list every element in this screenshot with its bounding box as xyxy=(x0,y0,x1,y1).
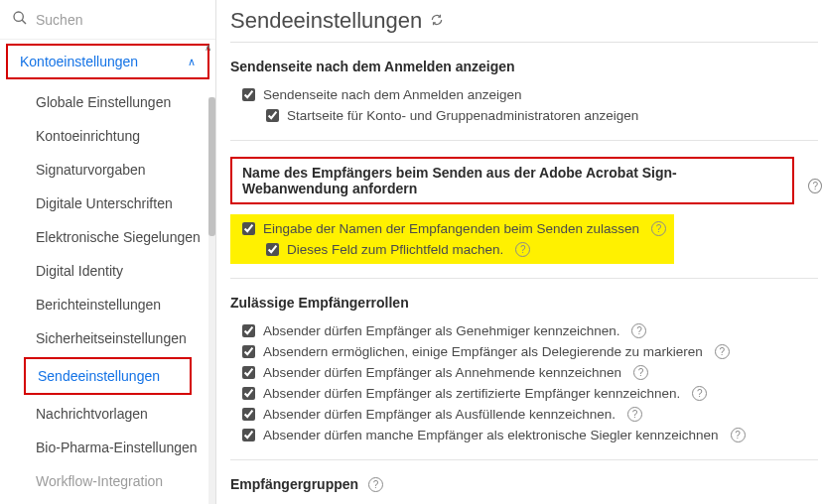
info-icon[interactable]: ? xyxy=(633,365,648,380)
info-icon[interactable]: ? xyxy=(692,386,707,401)
page-title-row: Sendeeinstellungen xyxy=(230,8,818,43)
row-name-required: Dieses Feld zum Pflichtfeld machen. ? xyxy=(230,239,666,260)
sidebar-item-elektronische-siegelungen[interactable]: Elektronische Siegelungen xyxy=(0,220,215,254)
checkbox-role-filler[interactable] xyxy=(242,408,255,421)
sidebar-section-label: Kontoeinstellungen xyxy=(20,54,138,69)
section-title-login: Sendenseite nach dem Anmelden anzeigen xyxy=(230,59,822,74)
scrollbar-thumb[interactable] xyxy=(208,97,215,236)
row-role-delegator: Absendern ermöglichen, einige Empfänger … xyxy=(230,341,822,362)
checkbox-role-approver[interactable] xyxy=(242,324,255,337)
row-role-acceptor: Absender dürfen Empfänger als Annehmende… xyxy=(230,362,822,383)
sidebar: ∧ Kontoeinstellungen ∧ Globale Einstellu… xyxy=(0,0,216,504)
divider xyxy=(230,140,818,141)
page-title: Sendeeinstellungen xyxy=(230,8,422,34)
section-recipient-groups: Empfängergruppen ? Absendern erlauben, m… xyxy=(230,476,822,504)
info-icon[interactable]: ? xyxy=(631,323,646,338)
search-icon xyxy=(12,10,28,29)
row-show-start-admins: Startseite für Konto- und Gruppenadminis… xyxy=(230,105,822,126)
sidebar-item-berichteinstellungen[interactable]: Berichteinstellungen xyxy=(0,288,215,321)
row-role-certified: Absender dürfen Empfänger als zertifizie… xyxy=(230,383,822,404)
search-row xyxy=(0,0,215,40)
checkbox-role-delegator[interactable] xyxy=(242,345,255,358)
sidebar-item-digital-identity[interactable]: Digital Identity xyxy=(0,254,215,288)
info-icon[interactable]: ? xyxy=(808,179,822,193)
svg-line-1 xyxy=(22,20,26,24)
row-role-filler: Absender dürfen Empfänger als Ausfüllend… xyxy=(230,404,822,425)
checkbox-allow-name-input[interactable] xyxy=(242,222,255,235)
sidebar-item-digitale-unterschriften[interactable]: Digitale Unterschriften xyxy=(0,187,215,220)
sidebar-item-signaturvorgaben[interactable]: Signaturvorgaben xyxy=(0,153,215,187)
refresh-icon[interactable] xyxy=(430,13,444,30)
row-role-sealer: Absender dürfen manche Empfänger als ele… xyxy=(230,425,822,445)
chevron-up-icon: ∧ xyxy=(188,56,196,68)
sidebar-item-sendeeinstellungen[interactable]: Sendeeinstellungen xyxy=(24,357,192,395)
search-input[interactable] xyxy=(36,12,204,28)
divider xyxy=(230,459,818,460)
sidebar-item-workflow[interactable]: Workflow-Integration xyxy=(0,464,215,498)
section-recipient-roles: Zulässige Empfängerrollen Absender dürfe… xyxy=(230,295,822,445)
row-show-send-page: Sendenseite nach dem Anmelden anzeigen xyxy=(230,84,822,105)
sidebar-item-sicherheitseinstellungen[interactable]: Sicherheitseinstellungen xyxy=(0,321,215,355)
section-recipient-name: Name des Empfängers beim Senden aus der … xyxy=(230,157,822,264)
checkbox-role-certified[interactable] xyxy=(242,387,255,400)
info-icon[interactable]: ? xyxy=(627,407,642,422)
section-login-page: Sendenseite nach dem Anmelden anzeigen S… xyxy=(230,59,822,126)
label-show-send-page: Sendenseite nach dem Anmelden anzeigen xyxy=(263,87,521,102)
label-role-sealer: Absender dürfen manche Empfänger als ele… xyxy=(263,428,719,442)
row-allow-name-input: Eingabe der Namen der Empfangenden beim … xyxy=(230,218,666,239)
checkbox-show-send-page[interactable] xyxy=(242,88,255,101)
label-role-acceptor: Absender dürfen Empfänger als Annehmende… xyxy=(263,365,621,380)
checkbox-role-acceptor[interactable] xyxy=(242,366,255,379)
main-content: Sendeeinstellungen Sendenseite nach dem … xyxy=(216,0,822,504)
svg-point-0 xyxy=(14,12,23,21)
sidebar-section-kontoeinstellungen[interactable]: Kontoeinstellungen ∧ xyxy=(6,44,209,79)
scroll-up-icon[interactable]: ∧ xyxy=(205,42,211,53)
checkbox-show-start-admins[interactable] xyxy=(266,109,279,122)
label-allow-name-input: Eingabe der Namen der Empfangenden beim … xyxy=(263,221,639,236)
sidebar-nav: ∧ Kontoeinstellungen ∧ Globale Einstellu… xyxy=(0,40,215,504)
label-name-required: Dieses Feld zum Pflichtfeld machen. xyxy=(287,242,503,257)
sidebar-item-nachrichtvorlagen[interactable]: Nachrichtvorlagen xyxy=(0,397,215,431)
info-icon[interactable]: ? xyxy=(651,221,666,236)
label-role-approver: Absender dürfen Empfänger als Genehmiger… xyxy=(263,323,619,338)
sidebar-item-globale[interactable]: Globale Einstellungen xyxy=(0,85,215,119)
label-role-filler: Absender dürfen Empfänger als Ausfüllend… xyxy=(263,407,616,422)
label-role-delegator: Absendern ermöglichen, einige Empfänger … xyxy=(263,344,703,359)
sidebar-item-bio-pharma[interactable]: Bio-Pharma-Einstellungen xyxy=(0,431,215,464)
info-icon[interactable]: ? xyxy=(731,428,746,442)
divider xyxy=(230,278,818,279)
sidebar-list: Globale Einstellungen Kontoeinrichtung S… xyxy=(0,85,215,504)
sidebar-item-kontoeinrichtung[interactable]: Kontoeinrichtung xyxy=(0,119,215,153)
checkbox-role-sealer[interactable] xyxy=(242,429,255,441)
section-title-groups: Empfängergruppen xyxy=(230,476,358,492)
checkbox-name-required[interactable] xyxy=(266,243,279,256)
section-title-roles: Zulässige Empfängerrollen xyxy=(230,295,822,311)
info-icon[interactable]: ? xyxy=(368,477,383,492)
label-show-start-admins: Startseite für Konto- und Gruppenadminis… xyxy=(287,108,638,123)
label-role-certified: Absender dürfen Empfänger als zertifizie… xyxy=(263,386,680,401)
info-icon[interactable]: ? xyxy=(515,242,530,257)
section-title-recipient-name: Name des Empfängers beim Senden aus der … xyxy=(230,157,794,204)
info-icon[interactable]: ? xyxy=(715,344,730,359)
row-role-approver: Absender dürfen Empfänger als Genehmiger… xyxy=(230,320,822,341)
highlight-recipient-name: Eingabe der Namen der Empfangenden beim … xyxy=(230,214,674,264)
row-groups-allow: Absendern erlauben, mehrere Empfänger in… xyxy=(230,500,822,504)
